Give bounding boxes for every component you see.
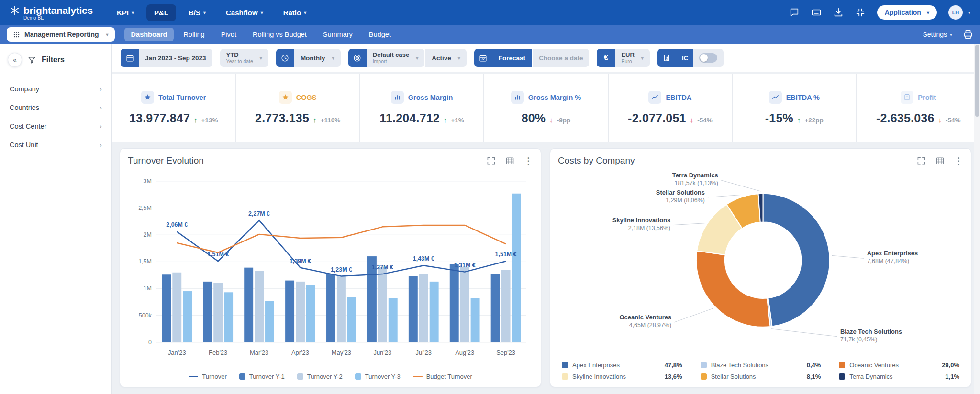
sidebar-item-cost-center[interactable]: Cost Center› xyxy=(8,117,104,135)
tab-pivot[interactable]: Pivot xyxy=(214,28,243,41)
kpi-delta: +110% xyxy=(321,117,341,124)
bar-turnover-y-3[interactable] xyxy=(265,301,274,342)
bar-turnover-y-3[interactable] xyxy=(512,194,521,342)
bar-turnover-y-2[interactable] xyxy=(337,276,346,342)
forecast-filter[interactable]: Forecast Choose a date xyxy=(474,49,590,67)
currency-filter[interactable]: € EUREuro ▾ xyxy=(597,49,649,67)
donut-slice-apex-enterprises[interactable] xyxy=(763,194,829,327)
bar-turnover-y-3[interactable] xyxy=(430,282,439,342)
bar-turnover-y-2[interactable] xyxy=(172,273,181,342)
bar-turnover-y-2[interactable] xyxy=(419,274,428,342)
table-view-icon[interactable] xyxy=(505,156,514,165)
legend-item-oceanic-ventures[interactable]: Oceanic Ventures29,0% xyxy=(839,361,959,369)
kpi-card-total-turnover[interactable]: Total Turnover 13.977.847↑+13% xyxy=(112,74,235,142)
bar-turnover-y-2[interactable] xyxy=(213,283,223,342)
forecast-button[interactable]: Forecast xyxy=(492,49,532,67)
settings-button[interactable]: Settings▾ xyxy=(923,31,952,38)
bar-turnover-y-1[interactable] xyxy=(450,264,459,342)
tab-summary[interactable]: Summary xyxy=(316,28,359,41)
case-status-filter[interactable]: Active▾ xyxy=(425,49,467,67)
application-button[interactable]: Application▾ xyxy=(877,5,937,20)
bar-turnover-y-3[interactable] xyxy=(224,292,233,342)
tab-budget[interactable]: Budget xyxy=(362,28,398,41)
bar-turnover-y-3[interactable] xyxy=(471,298,480,342)
bar-turnover-y-1[interactable] xyxy=(285,281,294,342)
legend-item-turnover-y-1[interactable]: Turnover Y-1 xyxy=(239,373,285,380)
kpi-card-gross-margin-pct[interactable]: Gross Margin % 80%↓-9pp xyxy=(484,74,607,142)
case-label: Default case xyxy=(373,52,410,59)
bar-turnover-y-1[interactable] xyxy=(203,282,212,342)
vertical-scrollbar[interactable] xyxy=(974,44,980,394)
tab-rolling-vs-budget[interactable]: Rolling vs Budget xyxy=(246,28,313,41)
bar-turnover-y-2[interactable] xyxy=(501,270,511,342)
kpi-card-cogs[interactable]: COGS 2.773.135↑+110% xyxy=(236,74,359,142)
nav-item-ratio[interactable]: Ratio▾ xyxy=(276,4,314,21)
nav-item-kpi[interactable]: KPI▾ xyxy=(109,4,142,21)
bar-turnover-y-1[interactable] xyxy=(162,274,171,342)
kpi-card-ebitda[interactable]: EBITDA -2.077.051↓-54% xyxy=(609,74,732,142)
case-filter[interactable]: Default caseImport ▾ Active▾ xyxy=(348,49,467,67)
bar-turnover-y-1[interactable] xyxy=(491,274,500,342)
nav-item-bs[interactable]: B/S▾ xyxy=(181,4,213,21)
turnover-chart-legend: TurnoverTurnover Y-1Turnover Y-2Turnover… xyxy=(128,370,533,381)
choose-date-button[interactable]: Choose a date xyxy=(533,49,589,67)
legend-item-apex-enterprises[interactable]: Apex Enterprises47,8% xyxy=(562,361,682,369)
nav-item-pl[interactable]: P&L xyxy=(146,4,176,21)
bar-turnover-y-2[interactable] xyxy=(378,267,387,342)
donut-slice-oceanic-ventures[interactable] xyxy=(696,251,770,327)
date-range-filter[interactable]: Jan 2023 - Sep 2023 xyxy=(121,49,212,67)
nav-item-cashflow[interactable]: Cashflow▾ xyxy=(218,4,271,21)
more-options-icon[interactable]: ⋮ xyxy=(954,156,963,165)
legend-percentage: 8,1% xyxy=(807,373,821,380)
legend-item-terra-dynamics[interactable]: Terra Dynamics1,1% xyxy=(839,373,959,380)
bar-turnover-y-3[interactable] xyxy=(306,285,315,342)
sidebar-item-countries[interactable]: Countries› xyxy=(8,98,104,117)
expand-icon[interactable] xyxy=(487,156,496,165)
report-selector[interactable]: Management Reporting ▾ xyxy=(7,27,115,42)
kpi-value: -2.077.051 xyxy=(628,111,686,125)
sidebar-item-cost-unit[interactable]: Cost Unit› xyxy=(8,135,104,154)
bar-turnover-y-1[interactable] xyxy=(409,276,418,342)
tab-rolling[interactable]: Rolling xyxy=(177,28,211,41)
legend-item-turnover-y-3[interactable]: Turnover Y-3 xyxy=(355,373,401,380)
brand-logo[interactable]: brightanalytics Demo BE xyxy=(10,5,93,21)
kpi-card-ebitda-pct[interactable]: EBITDA % -15%↑+22pp xyxy=(733,74,856,142)
tab-dashboard[interactable]: Dashboard xyxy=(124,28,174,41)
bar-turnover-y-2[interactable] xyxy=(296,282,305,342)
bar-turnover-y-2[interactable] xyxy=(255,271,264,342)
chevron-right-icon: › xyxy=(100,103,102,111)
bar-turnover-y-1[interactable] xyxy=(244,268,253,342)
ytd-filter[interactable]: YTDYear to date ▾ xyxy=(220,49,268,67)
user-menu[interactable]: LH ▾ xyxy=(948,5,970,20)
compress-icon[interactable] xyxy=(855,7,866,18)
table-view-icon[interactable] xyxy=(935,156,945,165)
ic-toggle[interactable] xyxy=(699,53,717,63)
legend-item-blaze-tech-solutions[interactable]: Blaze Tech Solutions0,4% xyxy=(701,361,821,369)
line-budget-turnover[interactable] xyxy=(177,225,506,252)
chevron-down-icon: ▾ xyxy=(132,10,134,15)
bar-turnover-y-3[interactable] xyxy=(183,291,192,342)
scrollbar-thumb[interactable] xyxy=(975,45,979,117)
legend-item-turnover-y-2[interactable]: Turnover Y-2 xyxy=(297,373,343,380)
chat-icon[interactable] xyxy=(789,7,800,18)
kpi-value: -2.635.036 xyxy=(876,111,935,125)
legend-item-skyline-innovations[interactable]: Skyline Innovations13,6% xyxy=(562,373,682,380)
keyboard-icon[interactable] xyxy=(811,7,822,18)
legend-item-turnover[interactable]: Turnover xyxy=(189,373,227,380)
download-icon[interactable] xyxy=(833,7,844,18)
svg-text:Jan'23: Jan'23 xyxy=(168,349,186,356)
kpi-card-gross-margin[interactable]: Gross Margin 11.204.712↑+1% xyxy=(360,74,483,142)
sidebar-collapse-button[interactable]: « xyxy=(8,53,22,67)
bar-turnover-y-1[interactable] xyxy=(326,274,335,342)
expand-icon[interactable] xyxy=(917,156,926,165)
legend-item-stellar-solutions[interactable]: Stellar Solutions8,1% xyxy=(701,373,821,380)
kpi-card-profit[interactable]: Profit -2.635.036↓-54% xyxy=(857,74,980,142)
bar-turnover-y-2[interactable] xyxy=(460,267,469,342)
sidebar-item-company[interactable]: Company› xyxy=(8,79,104,98)
period-filter[interactable]: Monthly▾ xyxy=(276,49,341,67)
bar-turnover-y-3[interactable] xyxy=(347,297,356,342)
more-options-icon[interactable]: ⋮ xyxy=(524,156,533,165)
print-icon[interactable] xyxy=(963,29,973,40)
legend-item-budget-turnover[interactable]: Budget Turnover xyxy=(413,373,472,380)
bar-turnover-y-3[interactable] xyxy=(389,298,398,342)
